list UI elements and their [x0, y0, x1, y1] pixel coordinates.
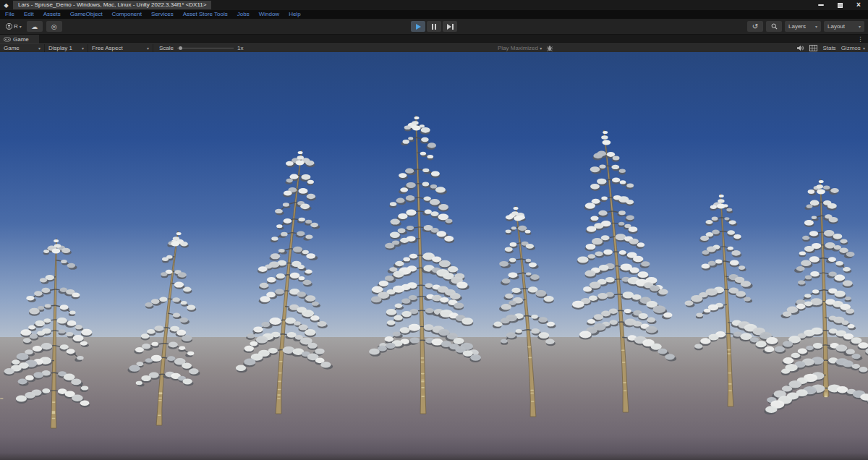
play-icon: [416, 24, 421, 30]
chevron-down-icon: ▾: [859, 25, 861, 29]
menu-item-edit[interactable]: Edit: [20, 10, 38, 19]
layout-dropdown[interactable]: Layout ▾: [824, 21, 864, 32]
menubar: FileEditAssetsGameObjectComponentService…: [0, 10, 868, 19]
spruce-tree-5: [493, 206, 556, 417]
titlebar: ◆ Lars - Spruse_Demo - Windows, Mac, Lin…: [0, 0, 868, 10]
chevron-down-icon: ▾: [20, 25, 22, 29]
game-viewport[interactable]: Активация Windows Чтобы активировать Win…: [0, 52, 868, 460]
services-button[interactable]: ◎: [46, 21, 62, 32]
mute-audio-icon[interactable]: [796, 45, 804, 51]
main-toolbar: R ▾ ☁ ◎ ↺: [0, 19, 868, 35]
spruce-tree-1: [4, 239, 93, 428]
search-button[interactable]: [766, 21, 782, 32]
scale-control: Scale 1x: [153, 44, 249, 53]
menu-item-gameobject[interactable]: GameObject: [67, 10, 106, 19]
spruce-tree-6: [572, 130, 677, 412]
toolbar-right-group: ↺ Layers ▾ Layout ▾: [747, 21, 864, 32]
play-maximized-group: Play Maximized ▾: [498, 45, 553, 52]
aspect-ratio-dropdown[interactable]: Free Aspect ▾: [88, 44, 153, 53]
aspect-ratio-label: Free Aspect: [92, 45, 123, 51]
gamepad-icon: [4, 37, 11, 42]
search-icon: [771, 23, 778, 30]
scale-slider-track: [177, 48, 234, 48]
chevron-down-icon: ▾: [82, 46, 84, 51]
account-initial: R: [14, 23, 18, 30]
menu-item-jobs[interactable]: Jobs: [234, 10, 253, 19]
step-button[interactable]: [443, 21, 457, 32]
gizmos-dropdown[interactable]: Gizmos ▾: [841, 45, 865, 51]
bug-debug-icon[interactable]: [546, 45, 553, 52]
scale-slider-knob[interactable]: [179, 46, 182, 50]
services-icon: ◎: [51, 23, 57, 30]
menu-item-file[interactable]: File: [1, 10, 18, 19]
chevron-down-icon: ▾: [863, 46, 865, 51]
account-icon: [6, 23, 12, 30]
play-mode-controls: [411, 21, 457, 32]
pause-icon: [432, 24, 436, 30]
unity-editor-window: ◆ Lars - Spruse_Demo - Windows, Mac, Lin…: [0, 0, 868, 460]
scene-render: [0, 52, 868, 460]
scale-value: 1x: [237, 45, 243, 51]
play-maximized-dropdown[interactable]: Play Maximized ▾: [498, 45, 542, 51]
account-dropdown[interactable]: R ▾: [4, 21, 23, 32]
tab-row: Game ⋮: [0, 35, 868, 43]
menu-item-asset-store-tools[interactable]: Asset Store Tools: [179, 10, 231, 19]
play-button[interactable]: [411, 21, 425, 32]
grid-stats-icon[interactable]: [809, 45, 817, 51]
restore-icon: [838, 3, 843, 8]
step-icon: [447, 24, 454, 30]
layout-label: Layout: [827, 23, 845, 30]
restore-button[interactable]: [830, 0, 849, 10]
display-dropdown[interactable]: Display 1 ▾: [45, 44, 88, 53]
cloud-button[interactable]: ☁: [27, 21, 43, 32]
pause-button[interactable]: [427, 21, 441, 32]
spruce-tree-2: [127, 231, 200, 425]
chevron-down-icon: ▾: [540, 46, 542, 51]
minimize-button[interactable]: [812, 0, 830, 10]
game-view-toolbar: Game ▾ Display 1 ▾ Free Aspect ▾ Scale 1…: [0, 43, 868, 52]
chevron-down-icon: ▾: [815, 25, 817, 29]
close-button[interactable]: ×: [849, 0, 868, 10]
layers-dropdown[interactable]: Layers ▾: [785, 21, 821, 32]
spruce-tree-7: [685, 194, 778, 406]
play-maximized-label: Play Maximized: [498, 45, 538, 51]
window-controls: ×: [812, 0, 868, 10]
game-toolbar-right-group: Stats Gizmos ▾: [796, 45, 865, 51]
camera-mode-label: Game: [4, 45, 20, 51]
close-icon: ×: [856, 1, 861, 9]
chevron-down-icon: ▾: [147, 46, 149, 51]
undo-history-icon: ↺: [752, 23, 758, 30]
menu-item-component[interactable]: Component: [109, 10, 145, 19]
spruce-tree-3: [236, 150, 333, 414]
menu-item-help[interactable]: Help: [285, 10, 304, 19]
menu-item-assets[interactable]: Assets: [40, 10, 64, 19]
spruce-tree-4: [369, 116, 481, 414]
minimize-icon: [818, 4, 824, 6]
layers-label: Layers: [788, 23, 806, 30]
window-title: Lars - Spruse_Demo - Windows, Mac, Linux…: [13, 1, 211, 9]
camera-mode-dropdown[interactable]: Game ▾: [0, 44, 45, 53]
tab-options-icon[interactable]: ⋮: [857, 35, 864, 43]
menu-item-services[interactable]: Services: [148, 10, 177, 19]
gizmos-label: Gizmos: [841, 45, 861, 51]
scale-label: Scale: [159, 45, 174, 51]
scale-slider[interactable]: [177, 44, 234, 53]
menu-item-window[interactable]: Window: [255, 10, 283, 19]
cloud-icon: ☁: [31, 23, 38, 30]
undo-history-button[interactable]: ↺: [747, 21, 763, 32]
chevron-down-icon: ▾: [38, 46, 41, 51]
tab-game-label: Game: [13, 36, 29, 43]
unity-logo-icon: ◆: [3, 2, 9, 9]
tab-game[interactable]: Game: [0, 35, 39, 43]
stats-toggle[interactable]: Stats: [822, 45, 835, 51]
toolbar-left-group: R ▾ ☁ ◎: [0, 21, 62, 32]
display-label: Display 1: [48, 45, 72, 51]
